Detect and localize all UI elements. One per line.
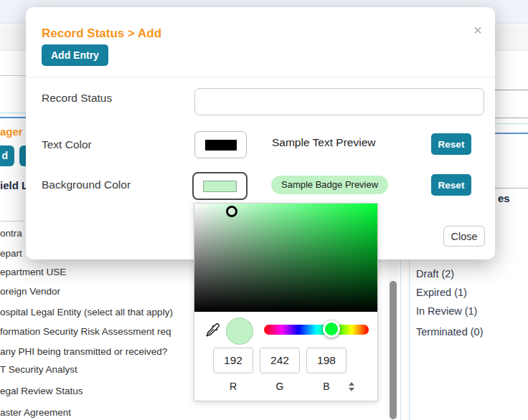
table-border — [400, 259, 401, 420]
green-input[interactable] — [260, 348, 300, 373]
selected-color-preview — [226, 318, 253, 345]
divider — [0, 75, 26, 76]
screen: ager > d ield L ontra epart epartment US… — [0, 0, 528, 420]
color-picker-popover: R G B — [194, 203, 378, 401]
divider — [495, 90, 528, 90]
divider — [0, 113, 26, 113]
field-row: ospital Legal Entity (select all that ap… — [0, 307, 173, 319]
background-color-chip — [203, 181, 237, 192]
saturation-pointer[interactable] — [226, 206, 237, 217]
divider — [26, 77, 495, 77]
field-row: oreign Vendor — [0, 286, 60, 298]
status-count-terminated: Terminated (0) — [416, 325, 483, 338]
red-label: R — [213, 381, 253, 393]
red-input[interactable] — [213, 348, 253, 373]
background-color-swatch[interactable] — [192, 172, 248, 200]
divider — [495, 123, 528, 124]
modal-title: Record Status > Add — [42, 26, 161, 41]
column-header-field-label: ield L — [0, 179, 28, 193]
sample-badge-preview: Sample Badge Preview — [271, 176, 388, 194]
field-row: T Security Analyst — [0, 364, 77, 376]
saturation-area[interactable] — [194, 204, 377, 312]
close-button[interactable]: Close — [443, 226, 485, 247]
status-count-in-review: In Review (1) — [416, 305, 477, 318]
record-status-label: Record Status — [42, 91, 112, 105]
field-row: ontra — [0, 228, 22, 240]
tab-underline — [0, 117, 26, 118]
divider — [495, 118, 528, 118]
field-row: epart — [0, 248, 22, 260]
record-status-input[interactable] — [194, 88, 484, 115]
chevron-up-icon — [349, 382, 354, 386]
hue-slider-thumb[interactable] — [323, 320, 340, 338]
sample-text-preview: Sample Text Preview — [272, 135, 375, 149]
reset-text-color-button[interactable]: Reset — [431, 133, 471, 155]
text-color-swatch[interactable] — [194, 131, 247, 158]
text-color-label: Text Color — [42, 138, 92, 151]
add-entry-button[interactable]: Add Entry — [42, 44, 108, 66]
field-row: formation Security Risk Assessment req — [0, 326, 171, 338]
field-row: epartment USE — [0, 267, 66, 279]
table-border — [409, 259, 410, 420]
text-color-chip — [205, 140, 237, 151]
background-color-label: Background Color — [42, 178, 131, 191]
background-add-button[interactable]: d — [0, 145, 14, 166]
chevron-down-icon — [349, 388, 354, 391]
color-mode-toggle-icon[interactable] — [346, 381, 357, 392]
close-icon[interactable]: × — [469, 22, 486, 39]
status-count-draft: Draft (2) — [416, 267, 454, 280]
scrollbar-thumb[interactable] — [390, 281, 397, 419]
green-label: G — [260, 381, 300, 393]
status-count-expired: Expired (1) — [416, 286, 467, 299]
divider — [0, 221, 24, 221]
divider — [495, 188, 528, 188]
hue-slider[interactable] — [264, 325, 369, 335]
blue-input[interactable] — [306, 348, 346, 373]
blue-label: B — [306, 381, 346, 393]
field-row: egal Review Status — [0, 386, 83, 398]
column-header-values: es — [498, 192, 510, 206]
field-row: aster Agreement — [0, 407, 71, 419]
eyedropper-icon[interactable] — [205, 322, 221, 338]
reset-background-color-button[interactable]: Reset — [431, 174, 471, 196]
field-row: any PHI being transmitted or received? — [0, 346, 167, 358]
tab-underline — [495, 133, 528, 134]
